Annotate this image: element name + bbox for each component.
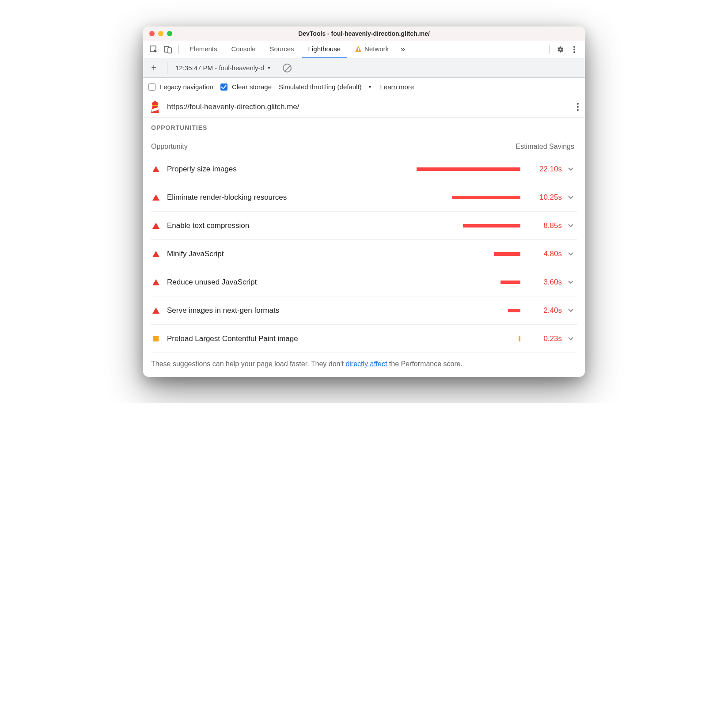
opportunity-title: Minify JavaScript — [167, 250, 224, 258]
opportunity-row[interactable]: Preload Largest Contentful Paint image0.… — [151, 325, 577, 353]
svg-rect-8 — [152, 105, 158, 106]
divider — [178, 45, 179, 54]
warning-icon — [355, 46, 362, 53]
svg-rect-3 — [358, 48, 359, 50]
error-triangle-icon — [151, 223, 161, 229]
kebab-menu-icon[interactable] — [568, 43, 580, 56]
tab-elements[interactable]: Elements — [183, 41, 224, 58]
clear-storage-label: Clear storage — [232, 83, 272, 91]
savings-bar-container — [255, 224, 520, 228]
opportunity-row[interactable]: Minify JavaScript4.80s — [151, 240, 577, 268]
savings-bar — [519, 336, 520, 341]
chevron-down-icon[interactable] — [568, 252, 577, 256]
svg-rect-2 — [168, 48, 171, 53]
devtools-window: DevTools - foul-heavenly-direction.glitc… — [143, 27, 585, 377]
error-triangle-icon — [151, 194, 161, 201]
window-controls — [143, 31, 172, 36]
chevron-down-icon[interactable] — [568, 224, 577, 228]
savings-value: 4.80s — [527, 250, 562, 258]
opportunity-title: Reduce unused JavaScript — [167, 278, 257, 287]
directly-affect-link[interactable]: directly affect — [345, 360, 387, 368]
minimize-window-button[interactable] — [158, 31, 163, 36]
svg-point-9 — [577, 103, 579, 105]
settings-gear-icon[interactable] — [554, 43, 566, 56]
savings-value: 10.25s — [527, 193, 562, 202]
svg-point-5 — [573, 46, 575, 48]
lighthouse-runbar: + 12:35:47 PM - foul-heavenly-d ▼ — [143, 58, 585, 78]
col-opportunity: Opportunity — [151, 143, 188, 151]
savings-value: 22.10s — [527, 165, 562, 174]
chevron-down-icon[interactable] — [568, 196, 577, 199]
opportunity-title: Serve images in next-gen formats — [167, 306, 279, 315]
error-triangle-icon — [151, 279, 161, 285]
savings-bar — [417, 167, 520, 171]
error-triangle-icon — [151, 251, 161, 257]
chevron-down-icon[interactable] — [568, 167, 577, 171]
window-titlebar: DevTools - foul-heavenly-direction.glitc… — [143, 27, 585, 41]
svg-rect-4 — [358, 50, 359, 51]
window-title: DevTools - foul-heavenly-direction.glitc… — [143, 30, 585, 37]
opportunity-title: Preload Largest Contentful Paint image — [167, 334, 298, 343]
savings-bar-container — [285, 309, 520, 312]
footnote-text-2: the Performance score. — [387, 360, 463, 368]
svg-point-10 — [577, 106, 579, 108]
close-window-button[interactable] — [149, 31, 155, 36]
warning-square-icon — [151, 336, 161, 341]
opportunity-row[interactable]: Eliminate render-blocking resources10.25… — [151, 183, 577, 212]
opportunity-row[interactable]: Properly size images22.10s — [151, 155, 577, 183]
throttling-dropdown-icon[interactable]: ▼ — [368, 84, 372, 89]
divider — [167, 62, 167, 74]
new-report-button[interactable]: + — [148, 63, 159, 73]
opportunities-list: Properly size images22.10sEliminate rend… — [143, 155, 585, 353]
tab-network[interactable]: Network — [349, 41, 395, 58]
savings-bar — [463, 224, 520, 228]
opportunity-title: Properly size images — [167, 165, 237, 174]
chevron-down-icon[interactable] — [568, 309, 577, 312]
clear-storage-checkbox[interactable] — [220, 83, 228, 91]
inspect-element-icon[interactable] — [148, 43, 160, 56]
opportunity-title: Enable text compression — [167, 221, 249, 230]
opportunities-footnote: These suggestions can help your page loa… — [143, 353, 585, 377]
tab-sources[interactable]: Sources — [264, 41, 300, 58]
opportunities-section-header: OPPORTUNITIES — [143, 118, 585, 133]
lighthouse-icon — [149, 101, 161, 113]
clear-results-icon[interactable] — [283, 64, 292, 72]
col-estimated-savings: Estimated Savings — [516, 143, 574, 151]
savings-bar — [501, 281, 520, 284]
tab-lighthouse[interactable]: Lighthouse — [302, 41, 347, 58]
maximize-window-button[interactable] — [167, 31, 172, 36]
savings-bar — [452, 196, 520, 199]
opportunity-row[interactable]: Enable text compression8.85s — [151, 212, 577, 240]
svg-point-7 — [573, 51, 575, 53]
opportunity-title: Eliminate render-blocking resources — [167, 193, 287, 202]
throttling-label: Simulated throttling (default) — [279, 83, 362, 91]
error-triangle-icon — [151, 166, 161, 172]
savings-bar — [494, 252, 520, 256]
section-title: OPPORTUNITIES — [151, 124, 577, 131]
chevron-down-icon[interactable] — [568, 337, 577, 341]
opportunity-row[interactable]: Serve images in next-gen formats2.40s — [151, 296, 577, 325]
savings-bar-container — [230, 252, 520, 256]
savings-bar-container — [293, 196, 520, 199]
savings-bar-container — [243, 167, 520, 171]
report-url: https://foul-heavenly-direction.glitch.m… — [167, 102, 571, 111]
tab-console[interactable]: Console — [225, 41, 262, 58]
savings-value: 8.85s — [527, 221, 562, 230]
savings-bar-container — [304, 336, 520, 341]
report-select[interactable]: 12:35:47 PM - foul-heavenly-d ▼ — [175, 64, 271, 72]
footnote-text: These suggestions can help your page loa… — [151, 360, 345, 368]
savings-value: 2.40s — [527, 306, 562, 315]
opportunity-row[interactable]: Reduce unused JavaScript3.60s — [151, 268, 577, 296]
devtools-tabbar: Elements Console Sources Lighthouse Netw… — [143, 41, 585, 58]
savings-value: 0.23s — [527, 334, 562, 343]
more-tabs-icon[interactable] — [397, 43, 409, 56]
dropdown-triangle-icon: ▼ — [267, 65, 271, 70]
learn-more-link[interactable]: Learn more — [380, 83, 414, 91]
chevron-down-icon[interactable] — [568, 281, 577, 284]
device-toolbar-icon[interactable] — [162, 43, 174, 56]
report-select-label: 12:35:47 PM - foul-heavenly-d — [175, 64, 264, 72]
legacy-navigation-label: Legacy navigation — [160, 83, 213, 91]
legacy-navigation-checkbox[interactable] — [148, 83, 155, 91]
opportunity-column-headers: Opportunity Estimated Savings — [143, 133, 585, 155]
report-menu-icon[interactable] — [577, 103, 579, 111]
